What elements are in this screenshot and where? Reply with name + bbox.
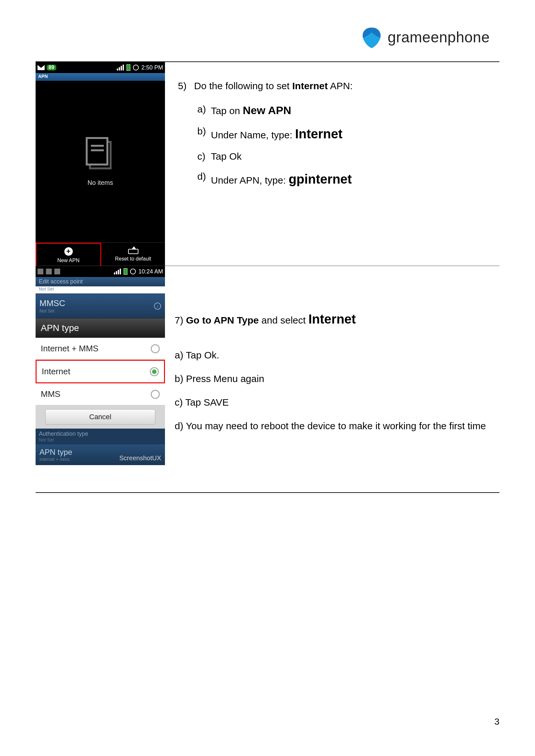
step7-instructions: 7) Go to APN Type and select Internet a)…: [165, 266, 499, 451]
substep-d: Under APN, type: gpinternet: [211, 169, 352, 189]
step5-lead: Do the following to set Internet APN:: [194, 78, 352, 94]
signal-icon: [114, 269, 121, 274]
substep-letter: c): [197, 149, 211, 164]
status-icon: [54, 269, 60, 274]
header-sub: Not Set: [36, 286, 165, 293]
plus-icon: +: [64, 247, 73, 256]
status-bar: 10:24 AM: [36, 266, 165, 277]
authentication-type-row: Authentication type Not Set: [36, 429, 165, 445]
step5-instructions: 5) Do the following to set Internet APN:…: [165, 62, 499, 203]
new-apn-label: New APN: [57, 257, 79, 263]
substep-letter: b): [197, 123, 211, 144]
page-number: 3: [494, 716, 499, 727]
new-apn-button[interactable]: + New APN: [36, 243, 101, 268]
logo-text: grameenphone: [388, 28, 490, 46]
option-internet[interactable]: Internet: [36, 360, 165, 383]
status-time: 2:50 PM: [141, 64, 163, 71]
reset-label: Reset to default: [115, 256, 151, 262]
step7-d: d) You may need to reboot the device to …: [175, 418, 490, 434]
reset-icon: [128, 249, 138, 254]
alarm-icon: [133, 65, 139, 70]
battery-icon: [127, 64, 130, 71]
empty-document-icon: [86, 137, 115, 173]
mmsc-label: MMSC: [40, 298, 65, 308]
cancel-button[interactable]: Cancel: [45, 409, 155, 425]
step-number: 5): [178, 78, 194, 94]
notification-badge: 89: [46, 65, 56, 70]
mmsc-row[interactable]: MMSC Not Set ›: [36, 293, 165, 318]
grameenphone-logo-icon: [360, 26, 383, 48]
substep-b: Under Name, type: Internet: [211, 123, 343, 144]
mmsc-sub: Not Set: [40, 308, 65, 313]
status-icon: [46, 269, 52, 274]
apn-header: APN: [36, 73, 165, 81]
mail-icon: [38, 65, 44, 70]
substep-letter: a): [197, 101, 211, 119]
apn-type-label: APN type: [40, 448, 72, 456]
signal-icon: [117, 65, 124, 70]
step7-b: b) Press Menu again: [175, 370, 490, 387]
status-bar: 89 2:50 PM: [36, 62, 165, 73]
apn-type-dialog: APN type Internet + MMS Internet MMS Can…: [36, 318, 165, 429]
battery-icon: [124, 268, 127, 275]
brand-logo: grameenphone: [36, 26, 499, 48]
apn-type-row[interactable]: APN type internet + mms ScreenshotUX: [36, 445, 165, 465]
radio-icon: [151, 344, 160, 353]
screenshot-apn-type-dialog: 10:24 AM Edit access point Not Set MMSC …: [36, 266, 165, 483]
screenshot-apn-empty: 89 2:50 PM APN No items + New APN: [36, 62, 165, 266]
radio-selected-icon: [150, 367, 159, 376]
no-items-label: No items: [88, 179, 113, 186]
apn-type-sub: internet + mms: [40, 457, 72, 462]
screenshot-watermark: ScreenshotUX: [119, 454, 161, 462]
alarm-icon: [130, 269, 136, 274]
edit-access-point-header: Edit access point: [36, 277, 165, 286]
step7-a: a) Tap Ok.: [175, 347, 490, 363]
step7-lead: 7) Go to APN Type and select Internet: [175, 308, 490, 330]
divider-bottom: [36, 492, 499, 493]
substep-a: Tap on New APN: [211, 101, 291, 119]
substep-letter: d): [197, 169, 211, 189]
status-icon: [38, 269, 43, 274]
option-internet-mms[interactable]: Internet + MMS: [36, 338, 165, 360]
reset-default-button[interactable]: Reset to default: [101, 243, 165, 268]
option-mms[interactable]: MMS: [36, 383, 165, 405]
radio-icon: [151, 390, 160, 399]
step7-c: c) Tap SAVE: [175, 394, 490, 411]
status-time: 10:24 AM: [138, 268, 163, 275]
dialog-title: APN type: [36, 318, 165, 338]
chevron-right-icon: ›: [154, 303, 161, 310]
substep-c: Tap Ok: [211, 149, 241, 164]
